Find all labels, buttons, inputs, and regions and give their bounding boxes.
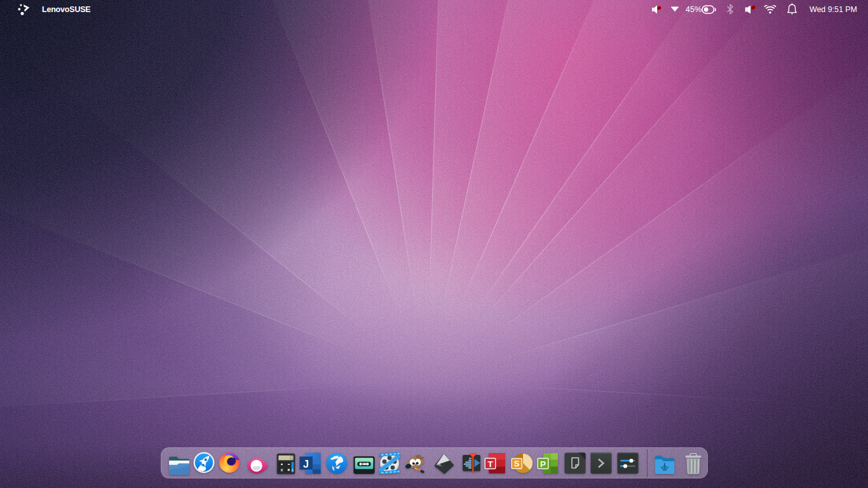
svg-text:J: J bbox=[303, 458, 309, 470]
svg-text:S: S bbox=[514, 459, 520, 468]
svg-text:T: T bbox=[487, 459, 493, 469]
svg-text:P: P bbox=[540, 459, 546, 469]
